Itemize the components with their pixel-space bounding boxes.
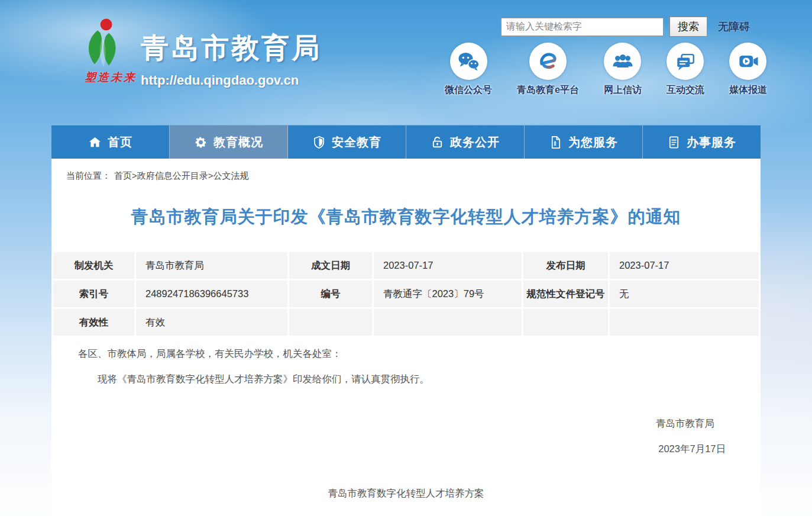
meta-value-doc-number: 青教通字〔2023〕79号 — [374, 281, 522, 307]
meta-label-doc-number: 编号 — [289, 281, 372, 307]
meta-value-validity: 有效 — [136, 309, 287, 336]
quick-link-label: 网上信访 — [604, 84, 642, 96]
breadcrumb-prefix: 当前位置： — [66, 170, 111, 181]
meta-label-registration-number: 规范性文件登记号 — [523, 281, 608, 307]
nav-item-label: 为您服务 — [568, 134, 618, 150]
accessibility-link[interactable]: 无障碍 — [718, 20, 750, 34]
quick-link-wechat[interactable]: 微信公众号 — [445, 43, 492, 96]
meta-label-publish-date: 发布日期 — [523, 252, 608, 279]
meta-value-issuing-agency: 青岛市教育局 — [136, 252, 287, 279]
home-icon — [88, 136, 102, 149]
nav-item-service-handling[interactable]: 办事服务 — [643, 125, 761, 159]
document-meta-table: 制发机关 青岛市教育局 成文日期 2023-07-17 发布日期 2023-07… — [51, 250, 761, 337]
signature-organization: 青岛市教育局 — [51, 417, 761, 430]
table-row: 有效性 有效 — [53, 309, 759, 336]
breadcrumb-path[interactable]: 首页>政府信息公开目录>公文法规 — [114, 170, 249, 181]
e-platform-icon — [529, 43, 567, 80]
signature-date: 2023年7月17日 — [51, 443, 761, 456]
quick-link-interaction[interactable]: 互动交流 — [667, 43, 704, 96]
quick-link-label: 微信公众号 — [445, 84, 492, 96]
page-title: 青岛市教育局关于印发《青岛市教育数字化转型人才培养方案》的通知 — [51, 205, 761, 229]
nav-item-label: 安全教育 — [332, 134, 381, 150]
quick-link-petition[interactable]: 网上信访 — [604, 43, 642, 96]
doc-lines-icon — [667, 136, 681, 149]
search-input[interactable] — [501, 18, 664, 36]
meta-value-publish-date: 2023-07-17 — [610, 252, 759, 279]
meta-label-empty — [289, 309, 372, 336]
nav-item-education-overview[interactable]: 教育概况 — [170, 125, 288, 159]
breadcrumb: 当前位置：首页>政府信息公开目录>公文法规 — [51, 159, 761, 182]
nav-item-home[interactable]: 首页 — [51, 125, 170, 159]
document-subtitle: 青岛市教育数字化转型人才培养方案 — [51, 487, 761, 500]
search-bar: 搜索 无障碍 — [501, 17, 750, 37]
site-title: 青岛市教育局 — [141, 30, 322, 67]
quick-link-label: 媒体报道 — [729, 84, 767, 96]
meta-label-empty — [523, 309, 608, 336]
logo-slogan: 塑造未来 — [78, 70, 143, 85]
site-header: 塑造未来 青岛市教育局 http://edu.qingdao.gov.cn 搜索… — [0, 0, 812, 125]
nav-item-label: 教育概况 — [213, 134, 263, 150]
lock-icon — [431, 136, 444, 149]
quick-link-label: 青岛教育e平台 — [517, 84, 579, 96]
nav-item-safety-education[interactable]: 安全教育 — [288, 125, 406, 159]
gear-icon — [194, 136, 208, 149]
site-url: http://edu.qingdao.gov.cn — [141, 73, 322, 88]
shield-icon — [312, 136, 326, 149]
table-row: 索引号 2489247186396645733 编号 青教通字〔2023〕79号… — [53, 281, 759, 307]
petition-people-icon — [604, 43, 641, 80]
quick-links: 微信公众号 青岛教育e平台 — [445, 43, 767, 96]
meta-label-index-number: 索引号 — [53, 281, 134, 307]
chat-bubbles-icon — [667, 43, 704, 80]
video-camera-icon — [729, 43, 766, 80]
quick-link-e-platform[interactable]: 青岛教育e平台 — [517, 43, 579, 96]
meta-value-empty — [374, 309, 522, 336]
table-row: 制发机关 青岛市教育局 成文日期 2023-07-17 发布日期 2023-07… — [53, 252, 759, 279]
meta-value-empty — [610, 309, 759, 336]
page-icon — [549, 136, 562, 149]
nav-item-services-for-you[interactable]: 为您服务 — [525, 125, 643, 159]
main-nav: 首页 教育概况 安全教育 政务公开 为您服务 — [51, 125, 761, 159]
meta-label-written-date: 成文日期 — [289, 252, 372, 279]
meta-label-issuing-agency: 制发机关 — [53, 252, 134, 279]
nav-item-government-affairs[interactable]: 政务公开 — [406, 125, 525, 159]
meta-label-validity: 有效性 — [53, 309, 134, 336]
nav-item-label: 办事服务 — [687, 134, 736, 150]
site-logo[interactable]: 塑造未来 青岛市教育局 http://edu.qingdao.gov.cn — [70, 13, 322, 88]
search-button[interactable]: 搜索 — [669, 17, 707, 37]
quick-link-media[interactable]: 媒体报道 — [729, 43, 767, 96]
nav-item-label: 首页 — [108, 134, 132, 150]
meta-value-registration-number: 无 — [610, 281, 759, 307]
meta-value-index-number: 2489247186396645733 — [136, 281, 287, 307]
main-content: 当前位置：首页>政府信息公开目录>公文法规 青岛市教育局关于印发《青岛市教育数字… — [51, 159, 761, 525]
body-paragraph: 现将《青岛市教育数字化转型人才培养方案》印发给你们，请认真贯彻执行。 — [78, 373, 734, 386]
nav-item-label: 政务公开 — [450, 134, 500, 150]
wechat-icon — [450, 43, 487, 80]
quick-link-label: 互动交流 — [667, 84, 704, 96]
meta-value-written-date: 2023-07-17 — [374, 252, 522, 279]
salutation-text: 各区、市教体局，局属各学校，有关民办学校，机关各处室： — [78, 347, 734, 360]
